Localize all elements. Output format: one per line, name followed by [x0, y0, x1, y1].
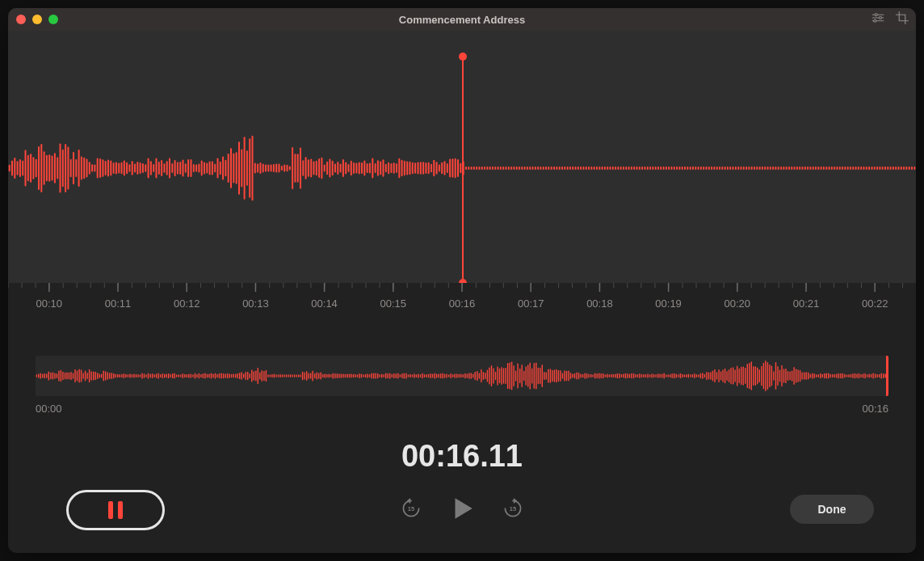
- fullscreen-window-button[interactable]: [48, 15, 58, 24]
- svg-text:00:15: 00:15: [380, 297, 407, 310]
- overview-start-time: 00:00: [36, 403, 62, 415]
- svg-text:00:16: 00:16: [449, 297, 476, 310]
- waveform-detail-view[interactable]: [8, 31, 916, 283]
- svg-text:00:11: 00:11: [105, 297, 132, 310]
- transport-controls: 15 15 Done: [8, 488, 916, 535]
- sliders-icon[interactable]: [871, 11, 885, 28]
- play-icon[interactable]: [448, 495, 476, 525]
- svg-marker-868: [407, 498, 410, 504]
- svg-point-4: [880, 17, 882, 19]
- minimize-window-button[interactable]: [32, 15, 42, 24]
- skip-forward-15-icon[interactable]: 15: [502, 497, 524, 523]
- svg-text:00:17: 00:17: [518, 297, 544, 310]
- title-bar-tools: [871, 11, 909, 28]
- svg-text:00:18: 00:18: [586, 297, 613, 310]
- pause-icon: [108, 501, 123, 519]
- window-title: Commencement Address: [8, 14, 916, 26]
- svg-text:00:19: 00:19: [655, 297, 682, 310]
- done-button-label: Done: [818, 503, 846, 516]
- svg-text:15: 15: [408, 505, 414, 512]
- close-window-button[interactable]: [16, 15, 26, 24]
- playhead[interactable]: [462, 57, 464, 283]
- overview-end-time: 00:16: [862, 403, 888, 415]
- done-button[interactable]: Done: [790, 495, 874, 524]
- svg-text:15: 15: [510, 505, 516, 512]
- skip-back-15-icon[interactable]: 15: [400, 497, 422, 523]
- title-bar: Commencement Address: [8, 8, 916, 31]
- svg-marker-870: [456, 498, 472, 519]
- svg-text:00:14: 00:14: [311, 297, 338, 310]
- crop-icon[interactable]: [895, 11, 909, 28]
- svg-text:00:12: 00:12: [174, 297, 200, 310]
- overview-end-marker[interactable]: [886, 356, 888, 396]
- svg-text:00:10: 00:10: [36, 297, 63, 310]
- svg-text:00:20: 00:20: [724, 297, 751, 310]
- pause-recording-button[interactable]: [66, 490, 165, 530]
- svg-marker-871: [514, 498, 517, 504]
- voice-memos-window: Commencement Address: [8, 8, 916, 553]
- svg-point-5: [874, 19, 876, 22]
- waveform-overview[interactable]: [36, 356, 888, 396]
- svg-text:00:21: 00:21: [793, 297, 820, 310]
- svg-text:00:22: 00:22: [862, 297, 888, 310]
- current-time-display: 00:16.11: [8, 439, 916, 474]
- traffic-lights: [16, 15, 58, 24]
- timeline-ruler[interactable]: 00:1000:1100:1200:1300:1400:1500:1600:17…: [8, 283, 916, 318]
- svg-point-3: [875, 14, 877, 16]
- playback-controls: 15 15: [400, 495, 524, 525]
- svg-text:00:13: 00:13: [242, 297, 269, 310]
- overview-section: 00:00 00:16: [36, 356, 888, 415]
